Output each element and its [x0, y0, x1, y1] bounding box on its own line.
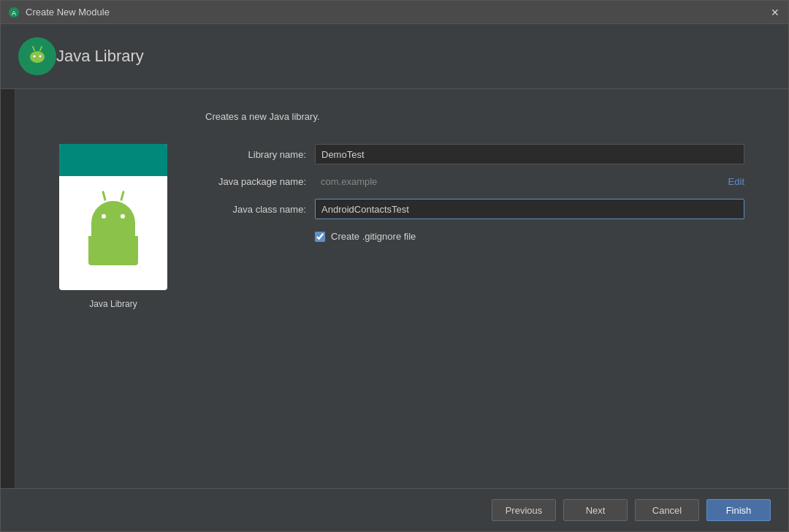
java-class-input[interactable] — [315, 199, 744, 219]
svg-text:A: A — [12, 10, 16, 17]
main-content: Creates a new Java library. — [15, 89, 788, 488]
description-text: Creates a new Java library. — [205, 111, 744, 122]
module-preview: Java Library — [59, 144, 167, 309]
title-bar: A Create New Module ✕ — [1, 1, 788, 24]
footer: Previous Next Cancel Finish — [1, 488, 788, 531]
java-class-row: Java class name: — [197, 199, 744, 219]
library-name-row: Library name: — [197, 144, 744, 164]
checkbox-row: Create .gitignore file — [315, 231, 744, 242]
java-class-label: Java class name: — [197, 204, 306, 215]
library-name-input[interactable] — [315, 144, 744, 164]
logo-svg — [25, 44, 50, 69]
robot-antenna-right — [120, 191, 125, 201]
previous-button[interactable]: Previous — [492, 499, 556, 521]
page-title: Java Library — [56, 47, 144, 66]
robot-body — [88, 236, 138, 265]
svg-line-6 — [40, 47, 42, 50]
android-robot — [88, 201, 138, 265]
finish-button[interactable]: Finish — [706, 499, 771, 521]
content-area: Creates a new Java library. — [1, 89, 788, 488]
gitignore-checkbox[interactable] — [315, 232, 325, 242]
gitignore-label: Create .gitignore file — [331, 231, 416, 242]
module-card-body — [59, 176, 167, 290]
svg-point-3 — [34, 56, 36, 58]
edit-link[interactable]: Edit — [728, 176, 744, 187]
left-sidebar — [1, 89, 15, 488]
svg-line-5 — [33, 47, 34, 50]
robot-antenna-left — [102, 191, 107, 201]
close-button[interactable]: ✕ — [769, 7, 781, 18]
robot-head — [91, 201, 135, 236]
dialog-window: A Create New Module ✕ Java Library Creat… — [0, 0, 789, 532]
module-card-header — [59, 144, 167, 176]
module-card — [59, 144, 167, 290]
next-button[interactable]: Next — [563, 499, 628, 521]
android-studio-logo — [18, 37, 56, 75]
java-package-label: Java package name: — [197, 176, 306, 187]
form-area: Java Library Library name: Java package … — [59, 144, 744, 309]
java-package-value: com.example — [315, 176, 720, 187]
cancel-button[interactable]: Cancel — [635, 499, 699, 521]
form-fields: Library name: Java package name: com.exa… — [197, 144, 744, 309]
title-bar-icon: A — [8, 7, 20, 18]
library-name-label: Library name: — [197, 149, 306, 160]
module-label: Java Library — [89, 299, 137, 309]
svg-point-4 — [39, 56, 42, 58]
header-section: Java Library — [1, 24, 788, 89]
svg-point-2 — [30, 51, 45, 63]
title-bar-text: Create New Module — [26, 7, 769, 18]
java-package-row: Java package name: com.example Edit — [197, 176, 744, 187]
